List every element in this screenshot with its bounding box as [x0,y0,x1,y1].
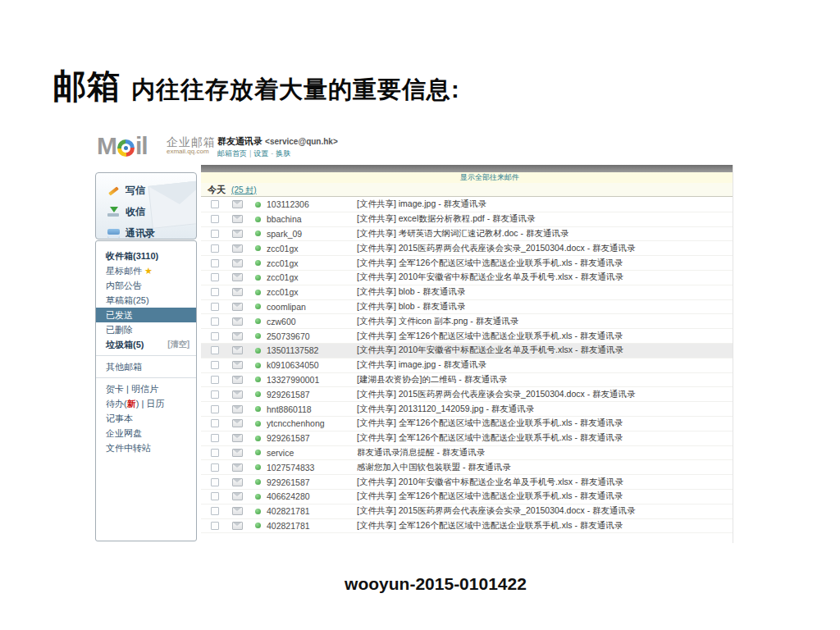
row-checkbox[interactable] [211,376,219,384]
brand-name: 企业邮箱 [167,137,216,147]
envelope-icon [232,449,243,457]
row-checkbox[interactable] [211,259,219,267]
sidebar-folder-item[interactable]: 草稿箱(25) [96,293,196,308]
mail-row[interactable]: 402821781[文件共享] 全军126个配送区域中选配送企业联系手机.xls… [201,519,733,534]
row-checkbox[interactable] [211,361,219,369]
mail-row[interactable]: 929261587[文件共享] 2015医药界两会代表座谈会实录_2015030… [201,387,733,402]
sidebar-folder-item[interactable]: 收件箱(3110) [96,249,196,263]
row-checkbox[interactable] [211,478,219,486]
group-count-link[interactable]: (25 封) [231,185,257,194]
sidebar-folder-item[interactable]: 内部公告 [96,278,196,293]
row-checkbox[interactable] [211,434,219,442]
link-mail-home[interactable]: 邮箱首页 [217,149,247,158]
mail-sender: zcc01gx [267,258,357,268]
mail-logo: M il [97,132,148,160]
mail-row[interactable]: zcc01gx[文件共享] 全军126个配送区域中选配送企业联系手机.xls -… [201,256,733,271]
mail-row[interactable]: 406624280[文件共享] 全军126个配送区域中选配送企业联系手机.xls… [201,490,733,504]
mail-row[interactable]: coomlipan[文件共享] blob - 群友通讯录 [201,300,733,315]
envelope-icon [232,376,243,384]
mail-row[interactable]: ytcncchenhong[文件共享] 全军126个配送区域中选配送企业联系手机… [201,417,733,431]
mail-sender: spark_09 [267,229,357,239]
logo-letter-m: M [97,132,116,160]
group-contact-icon [255,290,261,295]
mail-row[interactable]: 13501137582[文件共享] 2010年安徽省中标配送企业名单及手机号.x… [201,344,733,358]
sidebar-folder-item[interactable]: 记事本 [96,411,196,426]
row-checkbox[interactable] [211,346,219,354]
mail-row[interactable]: spark_09[文件共享] 考研英语大纲词汇速记教材.doc - 群友通讯录 [201,227,733,242]
link-separator: - [271,149,273,158]
folder-label: 已发送 [106,310,133,320]
group-contact-icon [255,450,261,455]
row-checkbox[interactable] [211,522,219,530]
envelope-icon [232,346,243,354]
mail-subject: [文件共享] 考研英语大纲词汇速记教材.doc - 群友通讯录 [357,228,568,240]
sidebar-actions-box: 写信收信通讯录 [95,172,197,240]
envelope-icon [232,273,243,281]
mail-row[interactable]: 929261587[文件共享] 2010年安徽省中标配送企业名单及手机号.xls… [201,475,733,490]
folder-label-part: 新 [127,399,136,409]
sidebar-folder-item[interactable]: 已发送 [96,308,196,322]
mail-sender: zcc01gx [267,287,357,297]
receive-icon [107,207,120,217]
sidebar-folder-item[interactable]: 贺卡 | 明信片 [96,381,196,396]
sidebar-folder-item[interactable]: [清空]垃圾箱(5) [96,337,196,352]
row-checkbox[interactable] [211,492,219,500]
sidebar-action-item[interactable]: 收信 [107,201,196,222]
sidebar-action-label: 通讯录 [126,226,155,240]
row-checkbox[interactable] [211,288,219,296]
empty-trash-link[interactable]: [清空] [167,337,189,352]
mail-row[interactable]: hnt8860118[文件共享] 20131120_142059.jpg - 群… [201,402,733,417]
sidebar-action-item[interactable]: 通讯录 [107,222,196,240]
banner-link[interactable]: 显示全部往来邮件 [460,173,519,181]
row-checkbox[interactable] [211,332,219,340]
brand-domain: exmail.qq.com [167,147,216,157]
mail-row[interactable]: 103112306[文件共享] image.jpg - 群友通讯录 [201,198,733,212]
row-checkbox[interactable] [211,273,219,281]
mail-row[interactable]: service群友通讯录消息提醒 - 群友通讯录 [201,446,733,461]
row-checkbox[interactable] [211,507,219,515]
mail-sender: 406624280 [267,491,357,501]
folder-label-part: 待办( [106,399,127,409]
link-change-skin[interactable]: 换肤 [276,149,290,158]
mail-row[interactable]: 250739670[文件共享] 全军126个配送区域中选配送企业联系手机.xls… [201,329,733,344]
row-checkbox[interactable] [211,390,219,399]
mail-row[interactable]: zcc01gx[文件共享] 2015医药界两会代表座谈会实录_20150304.… [201,241,733,256]
mail-row[interactable]: zcc01gx[文件共享] blob - 群友通讯录 [201,285,733,300]
mail-row[interactable]: bbachina[文件共享] excel数据分析教程.pdf - 群友通讯录 [201,212,733,227]
link-settings[interactable]: 设置 [253,149,268,158]
mail-row[interactable]: 1027574833感谢您加入中国软包装联盟 - 群友通讯录 [201,460,733,475]
mail-row[interactable]: czw600[文件共享] 文件icon 副本.png - 群友通讯录 [201,314,733,329]
mail-row[interactable]: k0910634050[文件共享] image.jpg - 群友通讯录 [201,358,733,373]
mail-row[interactable]: 402821781[文件共享] 2015医药界两会代表座谈会实录_2015030… [201,504,733,519]
mail-subject: [文件共享] 文件icon 副本.png - 群友通讯录 [357,316,518,327]
sidebar-folder-item[interactable]: 星标邮件★ [96,263,196,278]
slide-title: 邮箱 内往往存放着大量的重要信息: [52,64,460,109]
row-checkbox[interactable] [211,244,219,253]
mail-sender: 13501137582 [267,345,357,355]
envelope-icon [232,288,243,296]
row-checkbox[interactable] [211,215,219,223]
row-checkbox[interactable] [211,303,219,311]
mail-subject: [文件共享] blob - 群友通讯录 [357,301,465,313]
mail-row[interactable]: zcc01gx[文件共享] 2010年安徽省中标配送企业名单及手机号.xlsx … [201,271,733,285]
row-checkbox[interactable] [211,463,219,472]
mail-subject: [文件共享] 20131120_142059.jpg - 群友通讯录 [357,404,534,415]
row-checkbox[interactable] [211,419,219,427]
mail-sender: 250739670 [267,331,357,341]
folder-label: 企业网盘 [106,428,142,438]
row-checkbox[interactable] [211,200,219,208]
row-checkbox[interactable] [211,449,219,457]
sidebar-folder-item[interactable]: 文件中转站 [96,441,196,455]
row-checkbox[interactable] [211,230,219,238]
folder-label: 其他邮箱 [106,362,142,372]
mail-brand: 企业邮箱 exmail.qq.com [167,137,216,157]
sidebar-folder-item[interactable]: 已删除 [96,322,196,337]
sidebar-folder-item[interactable]: 待办(新) | 日历 [96,396,196,411]
sidebar-folder-item[interactable]: 其他邮箱 [96,359,196,374]
mail-row[interactable]: 13327990001[建湖县农资协会]的二维码 - 群友通讯录 [201,373,733,388]
sidebar-action-item[interactable]: 写信 [107,180,196,201]
row-checkbox[interactable] [211,317,219,326]
sidebar-folder-item[interactable]: 企业网盘 [96,426,196,441]
row-checkbox[interactable] [211,405,219,413]
mail-row[interactable]: 929261587[文件共享] 全军126个配送区域中选配送企业联系手机.xls… [201,431,733,446]
